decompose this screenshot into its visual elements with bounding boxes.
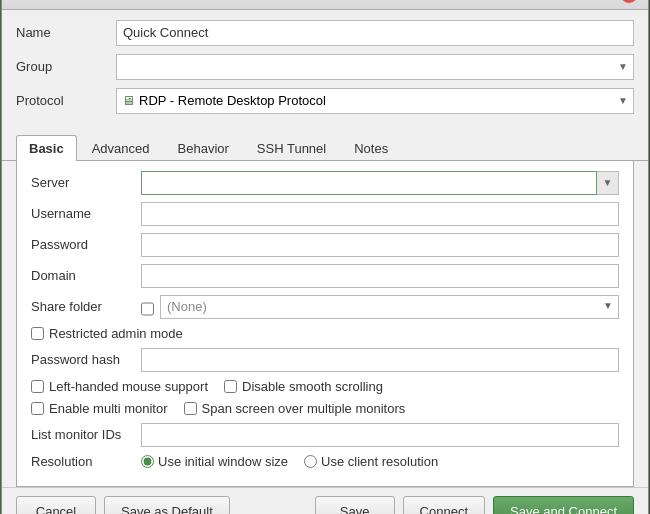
protocol-row: Protocol 🖥 RDP - Remote Desktop Protocol… bbox=[16, 88, 634, 114]
use-client-resolution-option: Use client resolution bbox=[304, 454, 438, 469]
domain-input[interactable] bbox=[141, 264, 619, 288]
resolution-row: Resolution Use initial window size Use c… bbox=[31, 454, 619, 469]
server-input[interactable] bbox=[141, 171, 597, 195]
save-button[interactable]: Save bbox=[315, 496, 395, 515]
password-label: Password bbox=[31, 237, 141, 252]
protocol-label: Protocol bbox=[16, 93, 116, 108]
resolution-options: Use initial window size Use client resol… bbox=[141, 454, 619, 469]
disable-smooth-checkbox[interactable] bbox=[224, 380, 237, 393]
tab-bar: Basic Advanced Behavior SSH Tunnel Notes bbox=[2, 134, 648, 161]
footer: Cancel Save as Default Save Connect Save… bbox=[2, 487, 648, 515]
share-folder-row: Share folder (None) ▼ bbox=[31, 295, 619, 319]
title-bar: Remote Connection Profile × bbox=[2, 0, 648, 10]
domain-label: Domain bbox=[31, 268, 141, 283]
disable-smooth-item: Disable smooth scrolling bbox=[224, 379, 383, 394]
share-folder-select-wrap: (None) ▼ bbox=[141, 295, 619, 319]
multi-monitor-item: Enable multi monitor bbox=[31, 401, 168, 416]
tab-notes[interactable]: Notes bbox=[341, 135, 401, 161]
list-monitor-input[interactable] bbox=[141, 423, 619, 447]
tab-basic[interactable]: Basic bbox=[16, 135, 77, 161]
server-dropdown-btn[interactable]: ▼ bbox=[597, 171, 619, 195]
span-screen-item: Span screen over multiple monitors bbox=[184, 401, 406, 416]
span-screen-label: Span screen over multiple monitors bbox=[202, 401, 406, 416]
top-form: Name Group ▼ Protocol 🖥 RDP - Remote Des… bbox=[2, 10, 648, 132]
restricted-admin-label: Restricted admin mode bbox=[49, 326, 183, 341]
close-button[interactable]: × bbox=[620, 0, 638, 3]
restricted-admin-checkbox[interactable] bbox=[31, 327, 44, 340]
share-folder-checkbox[interactable] bbox=[141, 299, 154, 319]
password-row: Password bbox=[31, 233, 619, 257]
cancel-button[interactable]: Cancel bbox=[16, 496, 96, 515]
use-initial-window-option: Use initial window size bbox=[141, 454, 288, 469]
tab-behavior[interactable]: Behavior bbox=[165, 135, 242, 161]
password-hash-input[interactable] bbox=[141, 348, 619, 372]
server-input-wrap: ▼ bbox=[141, 171, 619, 195]
span-screen-checkbox[interactable] bbox=[184, 402, 197, 415]
use-client-resolution-radio[interactable] bbox=[304, 455, 317, 468]
save-and-connect-button[interactable]: Save and Connect bbox=[493, 496, 634, 515]
left-handed-item: Left-handed mouse support bbox=[31, 379, 208, 394]
name-input[interactable] bbox=[116, 20, 634, 46]
group-row: Group ▼ bbox=[16, 54, 634, 80]
tab-ssh-tunnel[interactable]: SSH Tunnel bbox=[244, 135, 339, 161]
share-folder-label: Share folder bbox=[31, 299, 141, 314]
disable-smooth-label: Disable smooth scrolling bbox=[242, 379, 383, 394]
name-label: Name bbox=[16, 25, 116, 40]
name-row: Name bbox=[16, 20, 634, 46]
left-handed-checkbox[interactable] bbox=[31, 380, 44, 393]
save-as-default-button[interactable]: Save as Default bbox=[104, 496, 230, 515]
list-monitor-label: List monitor IDs bbox=[31, 427, 141, 442]
dialog: Remote Connection Profile × Name Group ▼… bbox=[1, 0, 649, 514]
dialog-title: Remote Connection Profile bbox=[12, 0, 620, 1]
connect-button[interactable]: Connect bbox=[403, 496, 485, 515]
domain-row: Domain bbox=[31, 264, 619, 288]
group-label: Group bbox=[16, 59, 116, 74]
left-handed-label: Left-handed mouse support bbox=[49, 379, 208, 394]
protocol-select-wrapper: 🖥 RDP - Remote Desktop Protocol ▼ bbox=[116, 88, 634, 114]
mouse-scroll-row: Left-handed mouse support Disable smooth… bbox=[31, 379, 619, 394]
restricted-admin-row: Restricted admin mode bbox=[31, 326, 619, 341]
resolution-label: Resolution bbox=[31, 454, 141, 469]
protocol-select[interactable]: RDP - Remote Desktop Protocol bbox=[116, 88, 634, 114]
group-select-wrapper: ▼ bbox=[116, 54, 634, 80]
password-hash-row: Password hash bbox=[31, 348, 619, 372]
multi-monitor-label: Enable multi monitor bbox=[49, 401, 168, 416]
multi-monitor-checkbox[interactable] bbox=[31, 402, 44, 415]
use-initial-window-radio[interactable] bbox=[141, 455, 154, 468]
username-label: Username bbox=[31, 206, 141, 221]
server-label: Server bbox=[31, 175, 141, 190]
use-initial-window-label: Use initial window size bbox=[158, 454, 288, 469]
username-input[interactable] bbox=[141, 202, 619, 226]
list-monitor-row: List monitor IDs bbox=[31, 423, 619, 447]
password-input[interactable] bbox=[141, 233, 619, 257]
use-client-resolution-label: Use client resolution bbox=[321, 454, 438, 469]
server-row: Server ▼ bbox=[31, 171, 619, 195]
share-folder-select[interactable]: (None) bbox=[160, 295, 619, 319]
group-select[interactable] bbox=[116, 54, 634, 80]
monitor-row: Enable multi monitor Span screen over mu… bbox=[31, 401, 619, 416]
username-row: Username bbox=[31, 202, 619, 226]
tab-advanced[interactable]: Advanced bbox=[79, 135, 163, 161]
tab-content-basic: Server ▼ Username Password Domain Share … bbox=[16, 161, 634, 487]
password-hash-label: Password hash bbox=[31, 352, 141, 367]
